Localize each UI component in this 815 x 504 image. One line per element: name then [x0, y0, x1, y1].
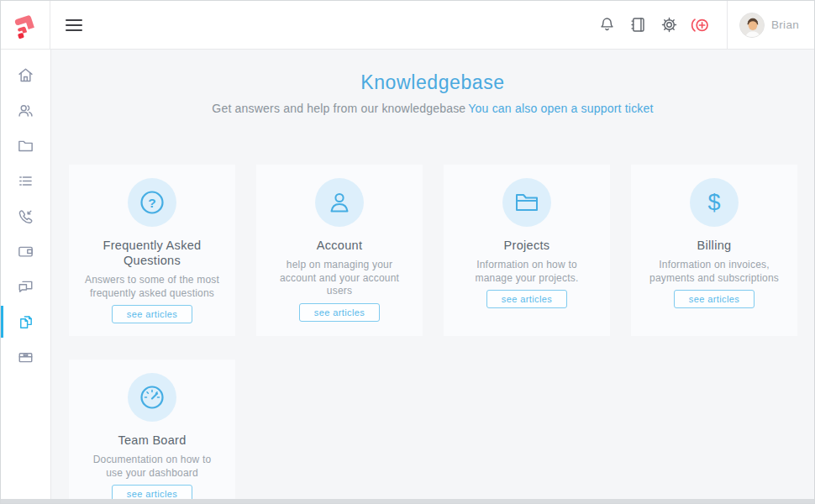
hamburger-menu-button[interactable]: [60, 14, 87, 36]
card-title: Team Board: [84, 433, 220, 448]
speedometer-icon: [139, 384, 166, 411]
card-account: Account help on managing your account an…: [256, 165, 423, 336]
user-menu[interactable]: Brian: [728, 1, 814, 49]
see-articles-button-projects[interactable]: see articles: [486, 290, 567, 308]
page-subtitle: Get answers and help from our knowledgeb…: [51, 102, 814, 115]
chat-icon: [17, 278, 34, 296]
app-logo[interactable]: [1, 1, 50, 49]
card-description: Answers to some of the most frequently a…: [84, 274, 220, 300]
card-title: Frequently Asked Questions: [84, 238, 220, 268]
card-description: Information on how to manage your projec…: [459, 259, 595, 285]
archive-box-icon: [17, 349, 34, 366]
notifications-bell-icon[interactable]: [592, 10, 623, 40]
card-team-board-icon-circle: [128, 373, 176, 422]
user-icon: [326, 189, 353, 216]
card-billing-icon-circle: $: [690, 178, 739, 227]
card-account-icon-circle: [315, 178, 364, 227]
see-articles-button-billing[interactable]: see articles: [674, 290, 755, 308]
card-title: Account: [271, 238, 408, 253]
sidebar-item-payments[interactable]: [1, 234, 50, 269]
page-title: Knowledgebase: [51, 71, 814, 94]
app-window: Brian: [0, 0, 815, 504]
card-title: Projects: [459, 238, 595, 253]
sidebar-item-knowledgebase[interactable]: [1, 304, 50, 339]
user-name: Brian: [771, 18, 799, 31]
card-billing: $ Billing Information on invoices, payme…: [631, 165, 797, 336]
sidebar: [1, 50, 51, 503]
card-title: Billing: [646, 238, 782, 253]
folder-icon: [17, 137, 34, 155]
sidebar-item-folder[interactable]: [1, 128, 50, 163]
see-articles-button-account[interactable]: see articles: [299, 303, 380, 322]
settings-gear-icon[interactable]: [655, 10, 685, 40]
notebook-icon[interactable]: [623, 10, 654, 40]
see-articles-button-faq[interactable]: see articles: [112, 305, 192, 323]
card-faq-icon-circle: ?: [128, 178, 176, 227]
open-folder-icon: [513, 189, 541, 216]
main-content: Knowledgebase Get answers and help from …: [51, 50, 814, 503]
sidebar-item-list[interactable]: [1, 163, 50, 198]
list-icon: [17, 172, 34, 190]
question-mark-icon: ?: [139, 189, 166, 216]
support-ticket-link[interactable]: You can also open a support ticket: [468, 102, 653, 115]
user-avatar: [739, 13, 765, 38]
top-header: Brian: [1, 1, 814, 50]
header-actions: Brian: [592, 1, 814, 49]
sidebar-item-calls[interactable]: [1, 198, 50, 234]
knowledgebase-cards: ? Frequently Asked Questions Answers to …: [69, 165, 798, 503]
svg-text:?: ?: [148, 196, 155, 210]
card-description: Information on invoices, payments and su…: [646, 259, 782, 285]
dollar-icon: $: [701, 188, 728, 217]
quick-add-icon[interactable]: [686, 10, 716, 40]
card-faq: ? Frequently Asked Questions Answers to …: [69, 165, 235, 336]
card-projects-icon-circle: [502, 178, 551, 227]
sidebar-item-archive[interactable]: [1, 339, 50, 375]
sidebar-item-messages[interactable]: [1, 269, 50, 304]
wallet-icon: [17, 243, 34, 260]
card-projects: Projects Information on how to manage yo…: [444, 165, 610, 336]
card-team-board: Team Board Documentation on how to use y…: [69, 360, 235, 503]
svg-text:$: $: [707, 190, 720, 215]
sidebar-item-users[interactable]: [1, 92, 50, 128]
subtitle-text: Get answers and help from our knowledgeb…: [212, 102, 465, 115]
horizontal-scrollbar[interactable]: [1, 499, 814, 503]
documents-icon: [17, 313, 34, 331]
phone-incoming-icon: [17, 207, 34, 225]
home-icon: [17, 66, 34, 84]
brand-logo-icon: [11, 10, 39, 40]
card-description: Documentation on how to use your dashboa…: [84, 454, 220, 480]
card-description: help on managing your account and your a…: [271, 259, 408, 298]
sidebar-item-home[interactable]: [1, 57, 50, 92]
users-icon: [17, 102, 34, 119]
